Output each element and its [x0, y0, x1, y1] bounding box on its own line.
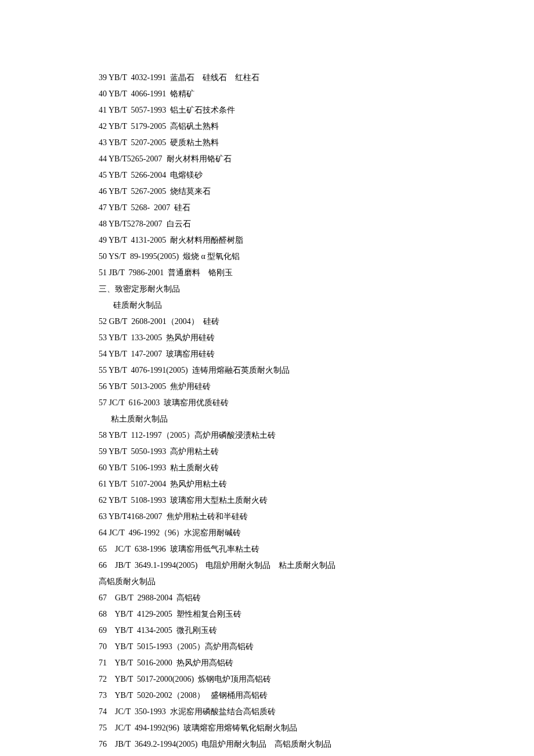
- text-line: 41 YB/T 5057-1993 铝土矿石技术条件: [99, 102, 441, 118]
- text-line: 71 YB/T 5016-2000 热风炉用高铝砖: [99, 655, 441, 671]
- text-line: 51 JB/T 7986-2001 普通磨料 铬刚玉: [99, 265, 441, 281]
- text-line: 粘土质耐火制品: [99, 411, 441, 427]
- text-line: 58 YB/T 112-1997（2005）高炉用磷酸浸渍粘土砖: [99, 427, 441, 444]
- text-line: 碱性耐火制品: [99, 753, 441, 756]
- text-line: 67 GB/T 2988-2004 高铝砖: [99, 590, 441, 606]
- text-line: 74 JC/T 350-1993 水泥窑用磷酸盐结合高铝质砖: [99, 704, 441, 720]
- text-line: 49 YB/T 4131-2005 耐火材料用酚醛树脂: [99, 232, 441, 249]
- text-line: 57 JC/T 616-2003 玻璃窑用优质硅砖: [99, 395, 441, 411]
- text-line: 45 YB/T 5266-2004 电熔镁砂: [99, 167, 441, 183]
- text-line: 硅质耐火制品: [99, 297, 441, 314]
- text-line: 55 YB/T 4076-1991(2005) 连铸用熔融石英质耐火制品: [99, 362, 441, 379]
- text-line: 50 YS/T 89-1995(2005) 煅烧 α 型氧化铝: [99, 249, 441, 265]
- text-line: 62 YB/T 5108-1993 玻璃窑用大型粘土质耐火砖: [99, 492, 441, 509]
- text-line: 48 YB/T5278-2007 白云石: [99, 216, 441, 232]
- text-line: 44 YB/T5265-2007 耐火材料用铬矿石: [99, 151, 441, 167]
- text-line: 43 YB/T 5207-2005 硬质粘土熟料: [99, 135, 441, 151]
- document-page: 39 YB/T 4032-1991 蓝晶石 硅线石 红柱石40 YB/T 406…: [0, 0, 534, 756]
- text-line: 75 JC/T 494-1992(96) 玻璃熔窑用熔铸氧化铝耐火制品: [99, 720, 441, 736]
- text-line: 56 YB/T 5013-2005 焦炉用硅砖: [99, 379, 441, 395]
- text-line: 63 YB/T4168-2007 焦炉用粘土砖和半硅砖: [99, 509, 441, 525]
- text-line: 47 YB/T 5268- 2007 硅石: [99, 200, 441, 216]
- text-line: 40 YB/T 4066-1991 铬精矿: [99, 86, 441, 102]
- text-line: 70 YB/T 5015-1993（2005）高炉用高铝砖: [99, 639, 441, 655]
- text-line: 42 YB/T 5179-2005 高铝矾土熟料: [99, 118, 441, 135]
- text-line: 三、致密定形耐火制品: [99, 281, 441, 297]
- text-line: 72 YB/T 5017-2000(2006) 炼钢电炉顶用高铝砖: [99, 671, 441, 687]
- text-line: 69 YB/T 4134-2005 微孔刚玉砖: [99, 622, 441, 639]
- text-line: 46 YB/T 5267-2005 烧结莫来石: [99, 183, 441, 200]
- text-line: 61 YB/T 5107-2004 热风炉用粘土砖: [99, 476, 441, 492]
- text-line: 64 JC/T 496-1992（96）水泥窑用耐碱砖: [99, 525, 441, 541]
- text-line: 59 YB/T 5050-1993 高炉用粘土砖: [99, 444, 441, 460]
- text-line: 60 YB/T 5106-1993 粘土质耐火砖: [99, 460, 441, 476]
- text-line: 52 GB/T 2608-2001（2004） 硅砖: [99, 314, 441, 330]
- text-line: 53 YB/T 133-2005 热风炉用硅砖: [99, 330, 441, 346]
- text-line: 高铝质耐火制品: [99, 574, 441, 590]
- text-line: 76 JB/T 3649.2-1994(2005) 电阻炉用耐火制品 高铝质耐火…: [99, 736, 441, 753]
- text-line: 39 YB/T 4032-1991 蓝晶石 硅线石 红柱石: [99, 70, 441, 86]
- text-line: 66 JB/T 3649.1-1994(2005) 电阻炉用耐火制品 粘土质耐火…: [99, 557, 441, 574]
- text-line: 65 JC/T 638-1996 玻璃窑用低气孔率粘土砖: [99, 541, 441, 557]
- text-line: 54 YB/T 147-2007 玻璃窑用硅砖: [99, 346, 441, 362]
- text-line: 68 YB/T 4129-2005 塑性相复合刚玉砖: [99, 606, 441, 622]
- text-line: 73 YB/T 5020-2002（2008） 盛钢桶用高铝砖: [99, 687, 441, 704]
